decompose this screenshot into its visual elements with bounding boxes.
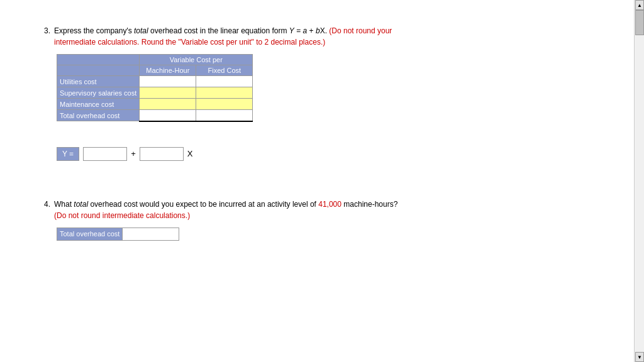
maintenance-fixed-input[interactable] <box>196 99 253 110</box>
scrollbar[interactable]: ▲ ▼ <box>634 0 644 362</box>
table-row: Maintenance cost <box>57 99 253 110</box>
scroll-thumb[interactable] <box>635 10 644 35</box>
utilities-variable-input[interactable] <box>140 76 196 87</box>
question-4-number: 4. <box>44 199 50 221</box>
scroll-up-arrow[interactable]: ▲ <box>635 0 644 10</box>
formula-b-input[interactable] <box>140 147 184 161</box>
header-machine-hour: Machine-Hour <box>140 65 196 76</box>
supervisory-variable-field[interactable] <box>142 89 193 97</box>
total-variable-field[interactable] <box>142 111 193 119</box>
formula-y-label: Y = <box>57 147 79 161</box>
question-4-instruction: (Do not round intermediate calculations.… <box>54 211 190 220</box>
formula-x-label: X <box>187 149 193 158</box>
down-arrow-icon: ▼ <box>637 354 642 360</box>
scroll-down-arrow[interactable]: ▼ <box>635 352 644 362</box>
formula-plus-sign: + <box>131 149 136 158</box>
page-content: 3. Express the company's total overhead … <box>0 0 644 285</box>
question-3-number: 3. <box>44 25 50 48</box>
utilities-fixed-input[interactable] <box>196 76 253 87</box>
q4-table: Total overhead cost <box>57 228 179 241</box>
header-variable-cost: Variable Cost per <box>140 55 253 65</box>
utilities-fixed-field[interactable] <box>199 77 250 85</box>
q4-total-label: Total overhead cost <box>57 228 123 240</box>
table-row: Utilities cost <box>57 76 253 87</box>
formula-a-input[interactable] <box>83 147 127 161</box>
supervisory-variable-input[interactable] <box>140 87 196 99</box>
total-italic-1: total <box>134 26 148 35</box>
activity-level: 41,000 <box>318 200 341 209</box>
q4-total-input-cell[interactable] <box>123 228 179 240</box>
formula-text: Y = a + bX. <box>289 26 327 35</box>
total-fixed-input[interactable] <box>196 110 253 121</box>
question-4-header: 4. What total overhead cost would you ex… <box>44 199 600 221</box>
row-label-supervisory: Supervisory salaries cost <box>57 87 140 99</box>
question-3-instruction: (Do not round yourintermediate calculati… <box>54 26 392 47</box>
maintenance-variable-field[interactable] <box>142 100 193 108</box>
supervisory-fixed-field[interactable] <box>199 89 250 97</box>
formula-block: Y = + X <box>57 147 600 161</box>
question-4-text: What total overhead cost would you expec… <box>54 199 397 221</box>
question-3-text: Express the company's total overhead cos… <box>54 25 392 48</box>
cost-table: Variable Cost per Machine-Hour Fixed Cos… <box>57 54 253 122</box>
question-4-block: 4. What total overhead cost would you ex… <box>44 199 600 241</box>
q4-row: Total overhead cost <box>57 228 179 240</box>
total-row: Total overhead cost <box>57 110 253 121</box>
row-label-total: Total overhead cost <box>57 110 140 121</box>
header-fixed-cost: Fixed Cost <box>196 65 253 76</box>
total-variable-input[interactable] <box>140 110 196 121</box>
up-arrow-icon: ▲ <box>637 3 642 8</box>
utilities-variable-field[interactable] <box>142 77 193 85</box>
total-italic-2: total <box>74 200 88 209</box>
maintenance-variable-input[interactable] <box>140 99 196 110</box>
row-label-maintenance: Maintenance cost <box>57 99 140 110</box>
maintenance-fixed-field[interactable] <box>199 100 250 108</box>
q4-total-field[interactable] <box>125 229 176 239</box>
total-fixed-field[interactable] <box>199 111 250 119</box>
supervisory-fixed-input[interactable] <box>196 87 253 99</box>
question-3-block: 3. Express the company's total overhead … <box>44 25 600 161</box>
row-label-utilities: Utilities cost <box>57 76 140 87</box>
table-row: Supervisory salaries cost <box>57 87 253 99</box>
question-3-header: 3. Express the company's total overhead … <box>44 25 600 48</box>
